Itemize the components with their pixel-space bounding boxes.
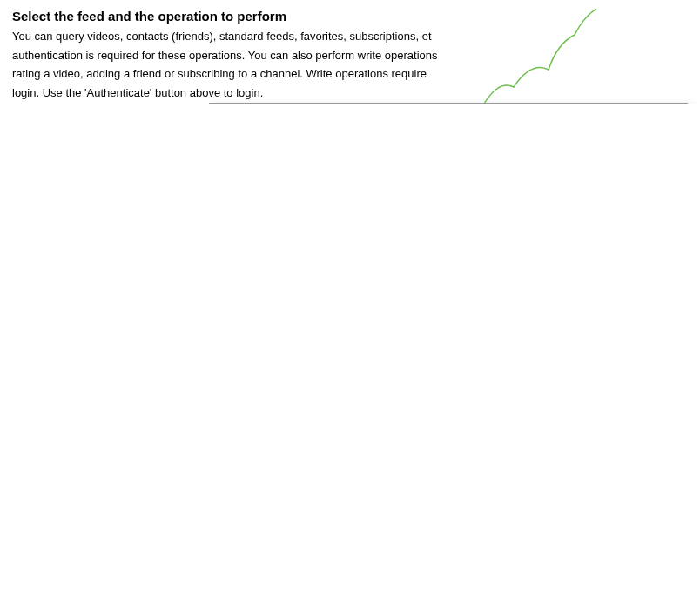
page-heading: Select the feed and the operation to per… [12, 9, 500, 24]
intro-text-1: You can query videos, contacts (friends)… [12, 29, 500, 44]
intro-text-3: rating a video, adding a friend or subsc… [12, 66, 500, 82]
intro-text-4: login. Use the 'Authenticate' button abo… [12, 85, 500, 101]
intro-text-2: authentication is required for these ope… [12, 48, 500, 64]
